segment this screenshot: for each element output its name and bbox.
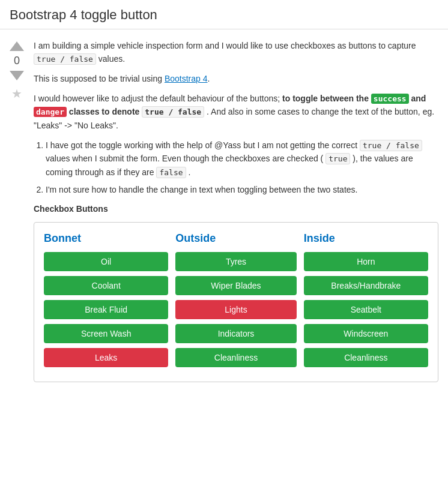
list-item-2: I'm not sure how to handle the change in… xyxy=(46,183,438,196)
true-false-highlight: true / false xyxy=(142,106,204,118)
success-highlight: success xyxy=(371,94,409,104)
inside-breaks-handbrake-button[interactable]: Breaks/Handbrake xyxy=(304,276,428,295)
inside-column: Inside Horn Breaks/Handbrake Seatbelt Wi… xyxy=(300,232,428,372)
inline-code-true-false: true / false xyxy=(34,53,96,65)
inline-code-true: true xyxy=(325,153,350,164)
danger-highlight: danger xyxy=(34,107,67,117)
bootstrap4-link[interactable]: Bootstrap 4 xyxy=(165,74,208,83)
checkbox-table: Bonnet Oil Coolant Break Fluid Screen Wa… xyxy=(34,222,438,382)
checkbox-grid: Bonnet Oil Coolant Break Fluid Screen Wa… xyxy=(44,232,428,372)
bonnet-coolant-button[interactable]: Coolant xyxy=(44,276,168,295)
inside-cleanliness-button[interactable]: Cleanliness xyxy=(304,348,428,367)
outside-header: Outside xyxy=(175,232,296,252)
section-label: Checkbox Buttons xyxy=(34,202,438,215)
bonnet-header: Bonnet xyxy=(44,232,168,252)
bonnet-screen-wash-button[interactable]: Screen Wash xyxy=(44,324,168,343)
paragraph-3: I would however like to adjust the defau… xyxy=(34,92,438,133)
vote-count: 0 xyxy=(14,55,20,67)
outside-column: Outside Tyres Wiper Blades Lights Indica… xyxy=(172,232,300,372)
vote-down-button[interactable] xyxy=(10,71,24,80)
paragraph-1: I am building a simple vehicle inspectio… xyxy=(34,39,438,66)
text-column: I am building a simple vehicle inspectio… xyxy=(34,39,448,382)
favorite-star-icon[interactable]: ★ xyxy=(11,86,22,101)
page-title: Bootstrap 4 toggle button xyxy=(0,0,448,29)
paragraph-2: This is supposed to be trivial using Boo… xyxy=(34,72,438,85)
inside-header: Inside xyxy=(304,232,428,252)
inside-seatbelt-button[interactable]: Seatbelt xyxy=(304,300,428,319)
bonnet-column: Bonnet Oil Coolant Break Fluid Screen Wa… xyxy=(44,232,172,372)
outside-lights-button[interactable]: Lights xyxy=(175,300,296,319)
list-item-1: I have got the toggle working with the h… xyxy=(46,139,438,179)
bonnet-oil-button[interactable]: Oil xyxy=(44,252,168,271)
issues-list: I have got the toggle working with the h… xyxy=(46,139,438,197)
inline-code-false: false xyxy=(156,167,186,178)
inline-code-1: true / false xyxy=(360,140,422,151)
outside-tyres-button[interactable]: Tyres xyxy=(175,252,296,271)
bonnet-leaks-button[interactable]: Leaks xyxy=(44,348,168,367)
inside-horn-button[interactable]: Horn xyxy=(304,252,428,271)
bonnet-break-fluid-button[interactable]: Break Fluid xyxy=(44,300,168,319)
main-content: 0 ★ I am building a simple vehicle inspe… xyxy=(0,29,448,392)
vote-up-button[interactable] xyxy=(10,41,24,51)
outside-wiper-blades-button[interactable]: Wiper Blades xyxy=(175,276,296,295)
inside-windscreen-button[interactable]: Windscreen xyxy=(304,324,428,343)
outside-indicators-button[interactable]: Indicators xyxy=(175,324,296,343)
vote-column: 0 ★ xyxy=(0,39,34,382)
outside-cleanliness-button[interactable]: Cleanliness xyxy=(175,348,296,367)
